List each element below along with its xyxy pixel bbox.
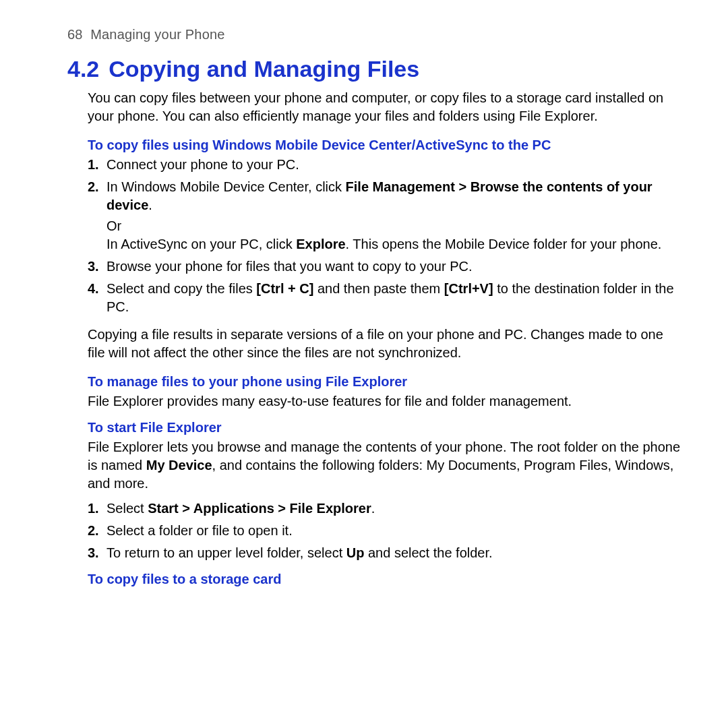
step-number: 1.	[88, 156, 99, 174]
document-page: 68 Managing your Phone 4.2Copying and Ma…	[0, 0, 728, 617]
step-number: 3.	[88, 257, 99, 276]
section-heading: 4.2Copying and Managing Files	[67, 56, 681, 82]
subheading-copy-storage: To copy files to a storage card	[88, 572, 681, 587]
list-item: 3. Browse your phone for files that you …	[88, 257, 681, 276]
section-title-text: Copying and Managing Files	[109, 56, 419, 82]
page-number: 68	[67, 27, 83, 42]
step-text: Select Start > Applications > File Explo…	[107, 501, 375, 516]
list-item: 3. To return to an upper level folder, s…	[88, 544, 681, 562]
list-item: 1. Select Start > Applications > File Ex…	[88, 499, 681, 518]
list-item: 1. Connect your phone to your PC.	[88, 156, 681, 174]
step-text: Select and copy the files [Ctrl + C] and…	[107, 281, 674, 314]
subheading-copy-pc: To copy files using Windows Mobile Devic…	[88, 138, 681, 153]
step-text: Select a folder or file to open it.	[107, 523, 293, 538]
list-item: 2. In Windows Mobile Device Center, clic…	[88, 178, 681, 253]
manage-files-paragraph: File Explorer provides many easy-to-use …	[88, 392, 681, 411]
subheading-start-explorer: To start File Explorer	[88, 420, 681, 435]
step-text: To return to an upper level folder, sele…	[107, 545, 493, 560]
list-item: 4. Select and copy the files [Ctrl + C] …	[88, 280, 681, 316]
list-item: 2. Select a folder or file to open it.	[88, 522, 681, 540]
step-text: Connect your phone to your PC.	[107, 157, 299, 172]
note-paragraph: Copying a file results in separate versi…	[88, 326, 681, 362]
step-number: 4.	[88, 280, 99, 298]
or-text: Or	[107, 217, 681, 235]
step-text: Browse your phone for files that you wan…	[107, 259, 473, 274]
step-number: 2.	[88, 522, 99, 540]
section-number: 4.2	[67, 56, 99, 82]
step-number: 1.	[88, 499, 99, 518]
step-subblock: Or In ActiveSync on your PC, click Explo…	[107, 217, 681, 253]
steps-start-explorer: 1. Select Start > Applications > File Ex…	[88, 499, 681, 562]
start-explorer-paragraph: File Explorer lets you browse and manage…	[88, 438, 681, 493]
step-text: In Windows Mobile Device Center, click F…	[107, 179, 653, 212]
steps-copy-pc: 1. Connect your phone to your PC. 2. In …	[88, 156, 681, 316]
page-header: 68 Managing your Phone	[67, 27, 681, 42]
step-number: 2.	[88, 178, 99, 196]
step-number: 3.	[88, 544, 99, 562]
step-alt-text: In ActiveSync on your PC, click Explore.…	[107, 235, 681, 253]
intro-paragraph: You can copy files between your phone an…	[88, 89, 681, 125]
chapter-title: Managing your Phone	[90, 27, 225, 42]
subheading-manage-files: To manage files to your phone using File…	[88, 374, 681, 390]
